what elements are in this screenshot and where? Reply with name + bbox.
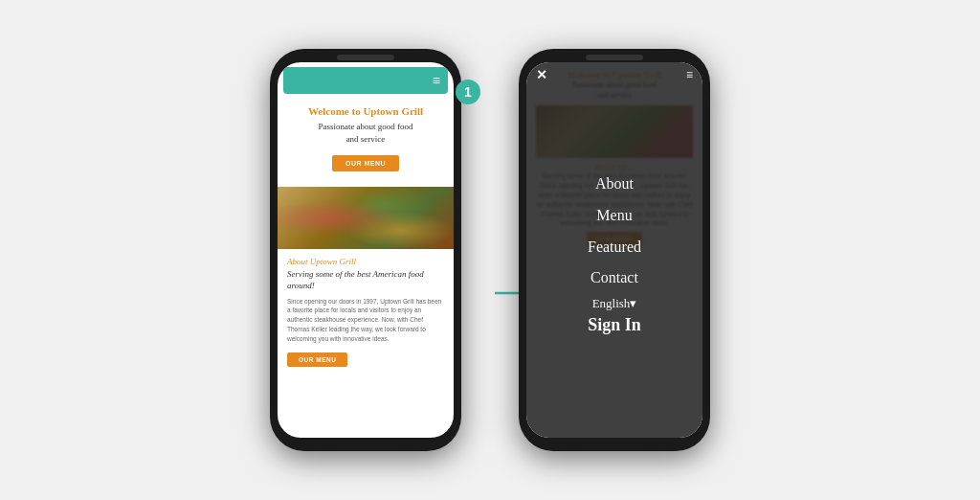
phone-2: Welcome to Uptown Grill Passionate about… [519,49,710,451]
overlay-nav-menu: About Menu Featured Contact English▾ Sig… [526,68,702,438]
phone1-screen: ≡ Welcome to Uptown Grill Passionate abo… [278,62,454,438]
food-image-inner [278,187,454,249]
phone2-screen: Welcome to Uptown Grill Passionate about… [526,62,702,438]
phone-1: 1 ≡ Welcome to Uptown Grill Passionate a… [270,49,461,451]
hero-subtitle: Passionate about good food and service [289,121,442,145]
badge-1: 1 [456,80,480,104]
hero-title: Welcome to Uptown Grill [289,105,442,117]
nav-overlay: ✕ ≡ About Menu Featured Contact English▾… [526,62,702,438]
about-title: About Uptown Grill [287,257,444,266]
hero-section: Welcome to Uptown Grill Passionate about… [278,94,454,187]
about-text: Since opening our doors in 1997, Uptown … [287,297,444,344]
nav-item-about[interactable]: About [595,170,634,198]
nav-item-menu[interactable]: Menu [596,202,632,230]
nav-item-language[interactable]: English▾ [592,296,637,311]
our-menu-button-2[interactable]: OUR MENU [287,352,347,367]
our-menu-button-1[interactable]: OUR MENU [332,155,399,171]
about-heading: Serving some of the best American food a… [287,269,444,291]
about-section: About Uptown Grill Serving some of the b… [278,249,454,375]
hamburger-icon[interactable]: ≡ [433,74,440,87]
nav-item-contact[interactable]: Contact [590,264,638,292]
nav-item-signin[interactable]: Sign In [588,315,641,335]
phone1-navbar-wrapper: ≡ [278,62,454,94]
nav-item-featured[interactable]: Featured [588,234,641,261]
food-image [278,187,454,249]
phone1-navbar: ≡ [283,67,448,94]
